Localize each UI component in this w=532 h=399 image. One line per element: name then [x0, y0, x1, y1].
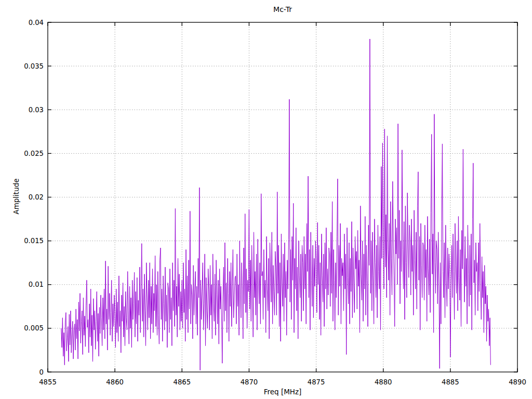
x-tick-label-4870: 4870 [241, 378, 258, 386]
y-tick-label-0.02: 0.02 [29, 193, 44, 201]
y-tick-label-0.01: 0.01 [29, 281, 44, 288]
x-tick-label-4855: 4855 [39, 378, 57, 386]
y-tick-label-0.025: 0.025 [24, 150, 44, 157]
amplitude-series-line [61, 39, 491, 370]
y-tick-label-0.005: 0.005 [24, 324, 44, 332]
x-tick-label-4865: 4865 [174, 378, 191, 386]
x-tick-label-4875: 4875 [308, 378, 325, 386]
x-tick-label-4860: 4860 [106, 378, 124, 386]
y-tick-label-0: 0 [39, 368, 44, 376]
y-tick-label-0.035: 0.035 [24, 62, 44, 70]
x-axis-title: Freq [MHz] [48, 388, 517, 396]
x-tick-label-4885: 4885 [442, 378, 459, 386]
y-tick-label-0.03: 0.03 [29, 106, 44, 114]
x-tick-label-4890: 4890 [509, 378, 526, 386]
plot-canvas: 4855486048654870487548804885489000.0050.… [0, 0, 532, 399]
x-tick-label-4880: 4880 [375, 378, 392, 386]
y-tick-label-0.04: 0.04 [29, 19, 44, 26]
gnuplot-figure: Mc-Tr Amplitude 485548604865487048754880… [0, 0, 532, 399]
y-tick-label-0.015: 0.015 [24, 237, 44, 245]
